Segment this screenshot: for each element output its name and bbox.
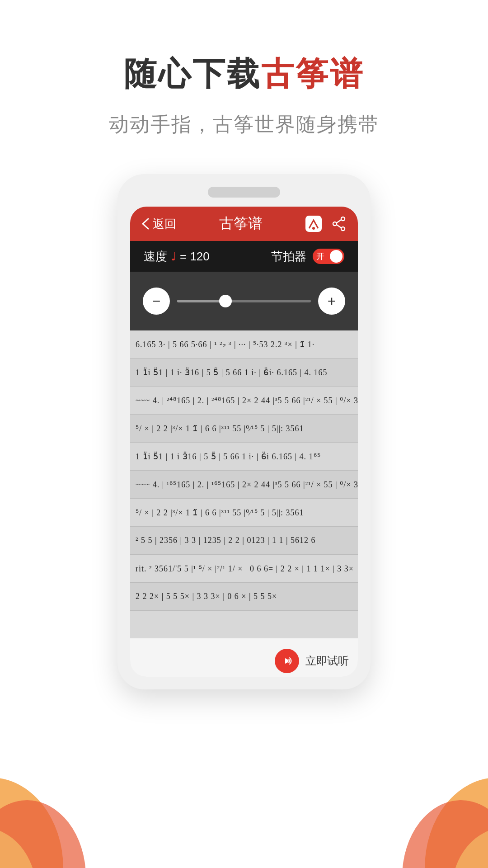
page-header: 随心下载古筝谱 动动手指，古筝世界随身携带 — [0, 0, 488, 138]
sheet-row: ~~~ 4. | ²⁴⁸165 | 2. | ²⁴⁸165 | 2× 2 44 … — [130, 387, 358, 415]
decor-right — [352, 723, 488, 868]
slider-thumb — [219, 295, 232, 307]
listen-play-button[interactable] — [275, 649, 299, 673]
svg-line-12 — [337, 225, 341, 228]
listen-bar: 立即试听 — [130, 638, 358, 677]
title-part1: 随心下载 — [124, 56, 261, 92]
speed-metronome-bar: 速度 ♩ = 120 节拍器 开 — [130, 241, 358, 272]
main-title: 随心下载古筝谱 — [0, 54, 488, 93]
phone-speaker — [208, 187, 280, 198]
phone-screen: 返回 古筝谱 — [130, 207, 358, 677]
slider-decrease-button[interactable]: − — [143, 288, 170, 315]
speed-slider[interactable] — [177, 300, 311, 302]
header-icons — [305, 216, 347, 232]
metronome-section: 节拍器 开 — [271, 249, 344, 264]
svg-point-8 — [341, 217, 345, 221]
decor-left — [0, 723, 136, 868]
slider-increase-button[interactable]: + — [318, 288, 345, 315]
sheet-row: 6.165 3· | 5 66 5·66 | ¹ ²₂ ³ | ··· | ⁵·… — [130, 330, 358, 359]
subtitle: 动动手指，古筝世界随身携带 — [0, 111, 488, 138]
back-chevron-icon — [141, 217, 150, 231]
back-button[interactable]: 返回 — [141, 216, 176, 232]
speed-info: 速度 ♩ = 120 — [144, 249, 210, 264]
sheet-row: 1 1̈i 5̈1 | 1 i 3̈16 | 5 5̃ | 5 66 1 i· … — [130, 443, 358, 471]
sheet-row: 2 2 2× | 5 5 5× | 3 3 3× | 0 6 × | 5 5 5… — [130, 583, 358, 611]
sheet-row: ² 5 5 | 2356 | 3 3 | 1235 | 2 2 | 0123 |… — [130, 527, 358, 555]
sheet-row: 1 1̈i 5̈1 | 1 i· 3̈16 | 5 5̃ | 5 66 1 i·… — [130, 359, 358, 387]
sheet-row: ~~~ 4. | ¹⁶⁵165 | 2. | ¹⁶⁵165 | 2× 2 44 … — [130, 471, 358, 499]
sheet-music-area[interactable]: 6.165 3· | 5 66 5·66 | ¹ ²₂ ³ | ··· | ⁵·… — [130, 330, 358, 638]
sound-icon — [281, 655, 293, 667]
title-highlight: 古筝谱 — [261, 56, 364, 92]
sheet-row: ⁵/ × | 2 2 |³/× 1 1̈ | 6 6 |³¹¹ 55 |⁰⁄¹⁵… — [130, 499, 358, 527]
share-icon[interactable] — [331, 216, 347, 232]
toggle-knob — [330, 250, 343, 263]
svg-line-11 — [337, 220, 341, 223]
sheet-row: rit. ² 3561/'5 5 |¹ ⁵/ × |²/¹ 1/ × | 0 6… — [130, 555, 358, 583]
brand-logo-svg — [305, 216, 322, 232]
slider-fill — [177, 300, 225, 302]
svg-point-7 — [312, 227, 315, 230]
metronome-toggle[interactable]: 开 — [313, 249, 344, 264]
svg-point-9 — [341, 227, 345, 231]
sheet-row: ⁵/ × | 2 2 |³/× 1 1̈ | 6 6 |³¹¹ 55 |⁰⁄¹⁵… — [130, 415, 358, 443]
phone-wrapper: 返回 古筝谱 — [0, 174, 488, 689]
app-header-bar: 返回 古筝谱 — [130, 207, 358, 241]
listen-label[interactable]: 立即试听 — [305, 654, 349, 668]
app-title: 古筝谱 — [219, 214, 263, 234]
slider-area: − + — [130, 272, 358, 330]
share-svg — [331, 216, 347, 231]
music-note-icon: ♩ — [171, 250, 176, 264]
logo-icon[interactable] — [305, 216, 322, 232]
svg-point-10 — [333, 222, 337, 226]
phone-frame: 返回 古筝谱 — [117, 174, 371, 689]
